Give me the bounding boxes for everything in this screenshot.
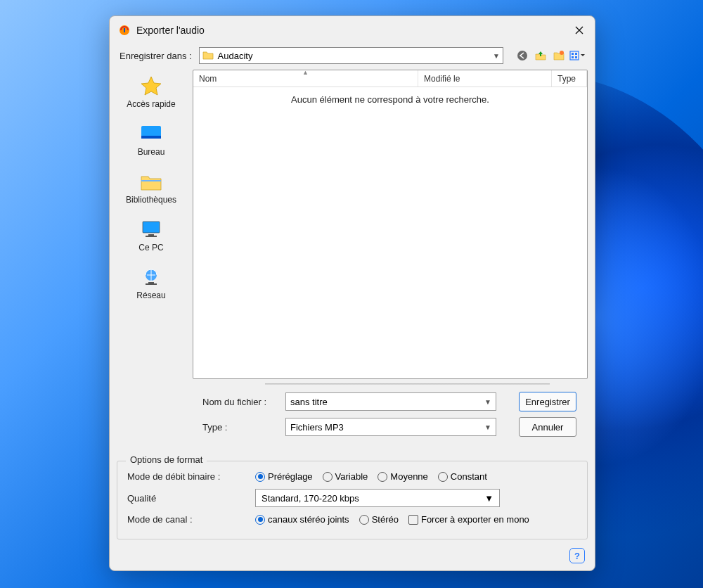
svg-rect-16 <box>148 282 154 283</box>
column-type[interactable]: Type <box>552 70 587 87</box>
sort-indicator-icon: ▲ <box>302 69 309 76</box>
radio-average[interactable]: Moyenne <box>378 471 427 482</box>
channel-mode-row: Mode de canal : canaux stéréo joints Sté… <box>127 514 577 525</box>
column-modified-label: Modifié le <box>424 74 460 84</box>
radio-preset[interactable]: Préréglage <box>255 471 313 482</box>
desktop-icon <box>138 123 164 144</box>
format-legend: Options de format <box>126 454 207 465</box>
help-button[interactable]: ? <box>569 548 585 563</box>
filename-label: Nom du fichier : <box>198 397 274 407</box>
place-label: Bibliothèques <box>126 195 176 205</box>
svg-rect-13 <box>148 234 154 236</box>
back-button[interactable] <box>515 48 530 63</box>
thispc-icon <box>138 219 164 240</box>
radio-label: Constant <box>451 471 487 482</box>
audacity-icon <box>118 24 131 37</box>
svg-rect-1 <box>124 28 125 32</box>
check-force-mono[interactable]: Forcer à exporter en mono <box>408 514 529 525</box>
location-text: Audacity <box>218 51 493 61</box>
quality-combo[interactable]: Standard, 170-220 kbps ▼ <box>255 489 500 507</box>
svg-rect-5 <box>572 53 574 55</box>
type-value: Fichiers MP3 <box>290 422 344 433</box>
file-list[interactable]: Nom ▲ Modifié le Type Aucun élément ne c… <box>193 70 588 379</box>
close-icon <box>574 25 584 35</box>
type-combo[interactable]: Fichiers MP3 ▼ <box>285 418 496 436</box>
place-label: Bureau <box>138 147 165 157</box>
place-label: Accès rapide <box>127 99 175 109</box>
place-desktop[interactable]: Bureau <box>110 120 193 160</box>
view-menu-button[interactable] <box>569 48 585 63</box>
nav-toolbar <box>515 48 585 63</box>
format-options-group: Options de format Mode de débit binaire … <box>117 461 588 539</box>
folder-icon <box>202 50 214 61</box>
chevron-down-icon: ▼ <box>484 423 491 431</box>
location-combo[interactable]: Audacity ▼ <box>199 47 503 64</box>
body-row: Accès rapide Bureau Bibliothèques Ce PC <box>110 70 595 451</box>
check-label: Forcer à exporter en mono <box>421 514 529 525</box>
radio-label: canaux stéréo joints <box>268 514 349 525</box>
save-button[interactable]: Enregistrer <box>519 392 576 411</box>
export-audio-dialog: Exporter l'audio Enregistrer dans : Auda… <box>109 15 595 571</box>
up-folder-icon <box>534 49 547 62</box>
svg-rect-7 <box>572 56 574 58</box>
close-button[interactable] <box>571 22 588 39</box>
up-button[interactable] <box>533 48 548 63</box>
view-menu-icon <box>569 49 585 62</box>
column-name[interactable]: Nom ▲ <box>193 70 418 87</box>
save-in-row: Enregistrer dans : Audacity ▼ <box>110 43 595 70</box>
radio-label: Préréglage <box>268 471 313 482</box>
quality-row: Qualité Standard, 170-220 kbps ▼ <box>127 489 577 507</box>
column-name-label: Nom <box>199 74 217 84</box>
place-this-pc[interactable]: Ce PC <box>110 216 193 255</box>
svg-rect-4 <box>570 51 579 60</box>
svg-rect-17 <box>146 283 157 285</box>
radio-stereo[interactable]: Stéréo <box>359 514 399 525</box>
channel-mode-label: Mode de canal : <box>127 514 245 525</box>
cancel-button-label: Annuler <box>532 422 564 433</box>
radio-variable[interactable]: Variable <box>323 471 368 482</box>
column-modified[interactable]: Modifié le <box>418 70 552 87</box>
place-quick-access[interactable]: Accès rapide <box>110 72 193 112</box>
quality-value: Standard, 170-220 kbps <box>262 493 359 504</box>
chevron-down-icon: ▼ <box>493 52 500 60</box>
place-label: Ce PC <box>138 243 163 253</box>
svg-rect-6 <box>575 53 577 55</box>
network-icon <box>138 267 164 288</box>
svg-rect-12 <box>143 222 160 233</box>
filelist-wrap: Nom ▲ Modifié le Type Aucun élément ne c… <box>193 70 595 451</box>
places-bar: Accès rapide Bureau Bibliothèques Ce PC <box>110 70 193 451</box>
new-folder-icon <box>553 49 565 62</box>
filename-input[interactable]: sans titre ▼ <box>285 392 496 411</box>
column-type-label: Type <box>557 74 576 84</box>
radio-joint-stereo[interactable]: canaux stéréo joints <box>255 514 349 525</box>
file-fields: Nom du fichier : sans titre ▼ Enregistre… <box>193 385 588 445</box>
svg-rect-8 <box>575 56 577 58</box>
place-label: Réseau <box>136 290 165 300</box>
filename-value: sans titre <box>290 397 328 407</box>
help-row: ? <box>110 545 595 570</box>
place-network[interactable]: Réseau <box>110 264 193 303</box>
cancel-button[interactable]: Annuler <box>519 417 576 437</box>
titlebar: Exporter l'audio <box>110 16 595 43</box>
bitrate-mode-label: Mode de débit binaire : <box>127 471 245 482</box>
svg-point-2 <box>517 51 527 60</box>
new-folder-button[interactable] <box>551 48 567 63</box>
save-in-label: Enregistrer dans : <box>120 51 192 61</box>
list-body: Aucun élément ne correspond à votre rech… <box>193 87 587 378</box>
libraries-icon <box>138 171 164 192</box>
window-title: Exporter l'audio <box>136 25 571 36</box>
back-icon <box>516 49 529 62</box>
svg-point-3 <box>560 51 564 55</box>
radio-label: Variable <box>335 471 368 482</box>
bitrate-mode-row: Mode de débit binaire : Préréglage Varia… <box>127 471 577 482</box>
quality-label: Qualité <box>127 493 245 504</box>
chevron-down-icon: ▼ <box>484 493 494 504</box>
radio-constant[interactable]: Constant <box>438 471 487 482</box>
radio-label: Moyenne <box>390 471 427 482</box>
save-button-label: Enregistrer <box>525 397 570 407</box>
help-icon: ? <box>574 551 580 561</box>
svg-rect-10 <box>141 136 161 139</box>
place-libraries[interactable]: Bibliothèques <box>110 168 193 207</box>
star-icon <box>138 75 164 96</box>
chevron-down-icon: ▼ <box>484 398 491 406</box>
